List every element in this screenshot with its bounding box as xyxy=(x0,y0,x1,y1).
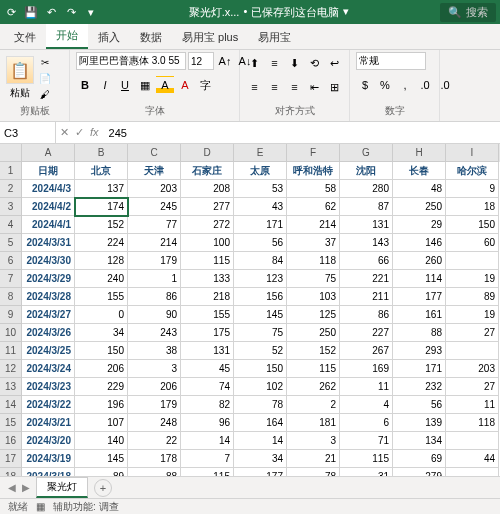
data-cell[interactable]: 203 xyxy=(128,180,181,198)
date-cell[interactable]: 2024/3/19 xyxy=(22,450,75,468)
data-cell[interactable]: 229 xyxy=(75,378,128,396)
data-cell[interactable]: 115 xyxy=(181,252,234,270)
data-cell[interactable]: 177 xyxy=(393,288,446,306)
data-cell[interactable]: 152 xyxy=(75,216,128,234)
data-cell[interactable]: 87 xyxy=(340,198,393,216)
row-header[interactable]: 16 xyxy=(0,432,22,450)
data-cell[interactable]: 21 xyxy=(287,450,340,468)
data-cell[interactable]: 14 xyxy=(234,432,287,450)
row-header[interactable]: 11 xyxy=(0,342,22,360)
data-cell[interactable]: 44 xyxy=(446,450,499,468)
indent-left-icon[interactable]: ⇤ xyxy=(306,78,324,96)
data-cell[interactable]: 131 xyxy=(181,342,234,360)
data-cell[interactable]: 174 xyxy=(75,198,128,216)
data-cell[interactable]: 133 xyxy=(181,270,234,288)
data-cell[interactable]: 18 xyxy=(446,198,499,216)
date-cell[interactable]: 2024/3/31 xyxy=(22,234,75,252)
data-cell[interactable]: 22 xyxy=(128,432,181,450)
data-cell[interactable]: 3 xyxy=(128,360,181,378)
data-cell[interactable]: 115 xyxy=(340,450,393,468)
data-cell[interactable] xyxy=(446,342,499,360)
data-cell[interactable]: 29 xyxy=(393,216,446,234)
data-cell[interactable]: 115 xyxy=(287,360,340,378)
data-cell[interactable]: 86 xyxy=(128,288,181,306)
data-cell[interactable]: 43 xyxy=(234,198,287,216)
data-cell[interactable]: 56 xyxy=(393,396,446,414)
data-cell[interactable]: 164 xyxy=(234,414,287,432)
data-cell[interactable]: 86 xyxy=(340,306,393,324)
data-cell[interactable]: 66 xyxy=(340,252,393,270)
row-header[interactable]: 1 xyxy=(0,162,22,180)
formula-input[interactable]: 245 xyxy=(103,127,500,139)
data-cell[interactable]: 243 xyxy=(128,324,181,342)
data-cell[interactable]: 214 xyxy=(128,234,181,252)
data-cell[interactable]: 56 xyxy=(234,234,287,252)
row-header[interactable]: 9 xyxy=(0,306,22,324)
data-cell[interactable]: 171 xyxy=(234,216,287,234)
tab-易用宝[interactable]: 易用宝 xyxy=(248,26,301,49)
copy-icon[interactable]: 📄 xyxy=(38,71,52,85)
data-cell[interactable]: 214 xyxy=(287,216,340,234)
date-cell[interactable]: 2024/3/20 xyxy=(22,432,75,450)
data-cell[interactable]: 146 xyxy=(393,234,446,252)
data-cell[interactable]: 75 xyxy=(287,270,340,288)
date-cell[interactable]: 2024/3/30 xyxy=(22,252,75,270)
data-cell[interactable]: 38 xyxy=(128,342,181,360)
autosave-icon[interactable]: ⟳ xyxy=(4,5,18,19)
tab-易用宝 plus[interactable]: 易用宝 plus xyxy=(172,26,248,49)
row-header[interactable]: 13 xyxy=(0,378,22,396)
align-bottom-icon[interactable]: ⬇ xyxy=(286,54,304,72)
data-cell[interactable]: 227 xyxy=(340,324,393,342)
wrap-text-icon[interactable]: ↩ xyxy=(326,54,344,72)
date-cell[interactable]: 2024/3/21 xyxy=(22,414,75,432)
spreadsheet-grid[interactable]: ABCDEFGHI 1日期北京天津石家庄太原呼和浩特沈阳长春哈尔滨22024/4… xyxy=(0,144,500,486)
date-cell[interactable]: 2024/4/1 xyxy=(22,216,75,234)
sheet-nav-prev-icon[interactable]: ◀ xyxy=(8,482,16,493)
data-cell[interactable]: 102 xyxy=(234,378,287,396)
data-cell[interactable]: 145 xyxy=(234,306,287,324)
data-cell[interactable]: 77 xyxy=(128,216,181,234)
data-cell[interactable]: 150 xyxy=(446,216,499,234)
save-icon[interactable]: 💾 xyxy=(24,5,38,19)
date-cell[interactable]: 2024/3/28 xyxy=(22,288,75,306)
row-header[interactable]: 10 xyxy=(0,324,22,342)
data-cell[interactable]: 145 xyxy=(75,450,128,468)
row-header[interactable]: 2 xyxy=(0,180,22,198)
italic-button[interactable]: I xyxy=(96,76,114,94)
data-cell[interactable]: 69 xyxy=(393,450,446,468)
row-header[interactable]: 17 xyxy=(0,450,22,468)
col-header[interactable]: I xyxy=(446,144,499,162)
row-header[interactable]: 8 xyxy=(0,288,22,306)
border-button[interactable]: ▦ xyxy=(136,76,154,94)
data-cell[interactable]: 90 xyxy=(128,306,181,324)
data-cell[interactable]: 221 xyxy=(340,270,393,288)
align-right-icon[interactable]: ≡ xyxy=(286,78,304,96)
data-cell[interactable]: 9 xyxy=(446,180,499,198)
data-cell[interactable]: 155 xyxy=(75,288,128,306)
tab-数据[interactable]: 数据 xyxy=(130,26,172,49)
header-cell[interactable]: 天津 xyxy=(128,162,181,180)
align-left-icon[interactable]: ≡ xyxy=(246,78,264,96)
data-cell[interactable]: 27 xyxy=(446,378,499,396)
orientation-icon[interactable]: ⟲ xyxy=(306,54,324,72)
data-cell[interactable]: 150 xyxy=(234,360,287,378)
underline-button[interactable]: U xyxy=(116,76,134,94)
row-header[interactable]: 3 xyxy=(0,198,22,216)
data-cell[interactable]: 293 xyxy=(393,342,446,360)
date-cell[interactable]: 2024/3/25 xyxy=(22,342,75,360)
data-cell[interactable]: 262 xyxy=(287,378,340,396)
fill-color-button[interactable]: A xyxy=(156,76,174,94)
date-cell[interactable]: 2024/3/22 xyxy=(22,396,75,414)
sheet-nav-next-icon[interactable]: ▶ xyxy=(22,482,30,493)
data-cell[interactable]: 96 xyxy=(181,414,234,432)
data-cell[interactable]: 11 xyxy=(446,396,499,414)
data-cell[interactable]: 277 xyxy=(181,198,234,216)
tab-文件[interactable]: 文件 xyxy=(4,26,46,49)
data-cell[interactable]: 89 xyxy=(446,288,499,306)
data-cell[interactable]: 208 xyxy=(181,180,234,198)
font-color-button[interactable]: A xyxy=(176,76,194,94)
header-cell[interactable]: 北京 xyxy=(75,162,128,180)
data-cell[interactable]: 123 xyxy=(234,270,287,288)
row-header[interactable]: 4 xyxy=(0,216,22,234)
fx-icon[interactable]: fx xyxy=(90,126,99,139)
